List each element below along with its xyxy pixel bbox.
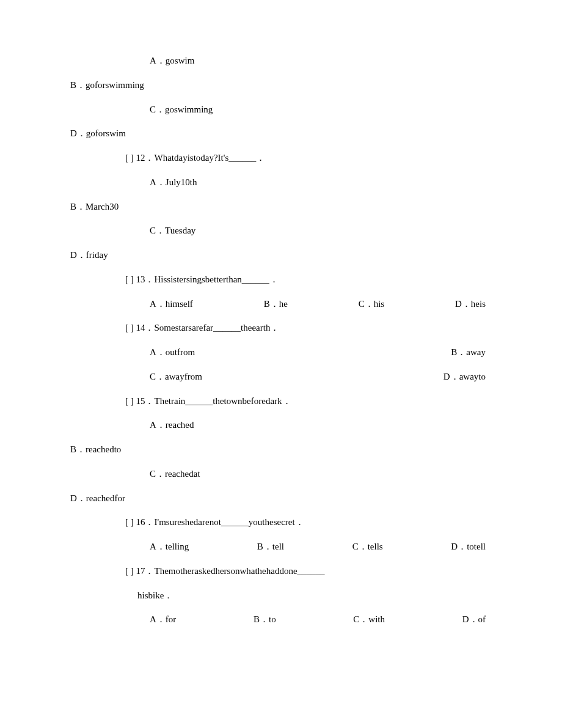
question-15-stem: [ ] 15．Thetrain______thetownbeforedark． — [70, 389, 492, 414]
option-d: D．of — [462, 608, 486, 632]
option-d: D．reachedfor — [70, 487, 492, 511]
option-c: C．with — [353, 608, 385, 632]
question-17-stem: [ ] 17．Themotheraskedhersonwhathehaddone… — [70, 559, 492, 584]
option-c: C．awayfrom — [150, 365, 202, 389]
option-c: C．Tuesday — [70, 219, 492, 243]
option-a: A．outfrom — [150, 340, 195, 365]
question-14-row1: A．outfrom B．away — [70, 340, 492, 365]
question-12-stem: [ ] 12．Whatdayistoday?It's______． — [70, 146, 492, 171]
option-b: B．away — [451, 340, 486, 365]
question-17-cont: hisbike． — [70, 584, 492, 608]
question-14-stem: [ ] 14．Somestarsarefar______theearth． — [70, 316, 492, 340]
option-d: D．heis — [455, 292, 486, 317]
option-a: A．July10th — [70, 171, 492, 195]
option-a: A．telling — [150, 535, 189, 559]
question-16-options: A．telling B．tell C．tells D．totell — [70, 535, 492, 559]
option-b: B．he — [264, 292, 288, 317]
option-a: A．goswim — [70, 49, 492, 73]
question-13-stem: [ ] 13．Hissistersingsbetterthan______． — [70, 268, 492, 292]
option-a: A．for — [150, 608, 176, 632]
option-d: D．friday — [70, 243, 492, 268]
option-d: D．awayto — [443, 365, 486, 389]
question-16-stem: [ ] 16．I'msureshedarenot______youthesecr… — [70, 510, 492, 535]
option-c: C．goswimming — [70, 98, 492, 122]
option-b: B．tell — [257, 535, 284, 559]
option-c: C．reachedat — [70, 462, 492, 487]
option-a: A．reached — [70, 413, 492, 438]
option-b: B．reachedto — [70, 438, 492, 462]
option-d: D．totell — [451, 535, 486, 559]
option-d: D．goforswim — [70, 122, 492, 146]
option-b: B．goforswimming — [70, 73, 492, 98]
question-14-row2: C．awayfrom D．awayto — [70, 365, 492, 389]
option-c: C．his — [359, 292, 385, 317]
option-a: A．himself — [150, 292, 193, 317]
option-b: B．to — [254, 608, 276, 632]
question-13-options: A．himself B．he C．his D．heis — [70, 292, 492, 317]
question-17-options: A．for B．to C．with D．of — [70, 608, 492, 632]
option-c: C．tells — [352, 535, 383, 559]
option-b: B．March30 — [70, 195, 492, 219]
